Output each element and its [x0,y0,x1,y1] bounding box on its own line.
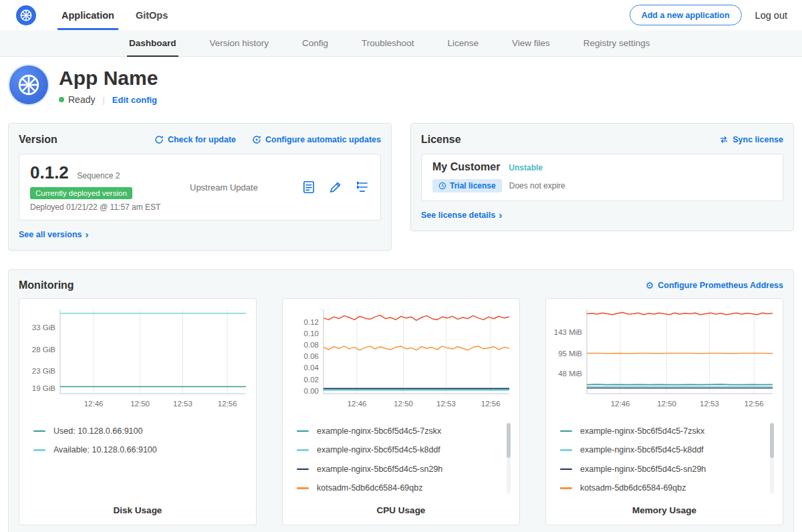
page-title: App Name [59,67,158,90]
kots-admin-console: Application GitOps Add a new application… [0,0,802,532]
link-label: Configure Prometheus Address [658,281,783,290]
svg-text:0.08: 0.08 [304,341,319,349]
legend-item[interactable]: Available: 10.128.0.66:9100 [33,440,250,460]
legend-swatch [560,430,572,432]
see-license-details-link[interactable]: See license details › [421,210,502,220]
series-line [587,384,773,385]
kubernetes-logo-icon[interactable] [16,5,36,25]
customer-name: My Customer [432,161,500,173]
legend-scrollbar-thumb[interactable] [770,423,774,458]
legend-swatch [33,430,45,432]
svg-text:28 GiB: 28 GiB [32,345,55,353]
helm-wheel-icon [19,8,33,23]
configure-prometheus-link[interactable]: ⚙ Configure Prometheus Address [646,281,783,290]
cpu-usage-legend: example-nginx-5bc6f5d4c5-7zskxexample-ng… [289,422,513,498]
app-icon [9,65,48,104]
auto-update-icon [252,135,261,144]
legend-item[interactable]: example-nginx-5bc6f5d4c5-k8ddf [560,440,777,460]
svg-text:12:50: 12:50 [130,400,150,408]
disk-usage-chart[interactable]: 12:4612:5012:5312:5619 GiB23 GiB28 GiB33… [25,305,250,416]
link-label: Sync license [732,135,783,144]
nav-tab-gitops[interactable]: GitOps [125,0,178,30]
legend-label: Used: 10.128.0.66:9100 [53,426,142,436]
legend-item[interactable]: example-nginx-5bc6f5d4c5-7zskx [560,422,777,441]
svg-text:12:50: 12:50 [394,400,413,408]
channel-label: Unstable [509,163,543,172]
check-for-update-link[interactable]: Check for update [154,135,236,144]
legend-swatch [560,469,572,471]
tab-label: View files [512,38,550,48]
legend-item[interactable]: kotsadm-5db6dc6584-69qbz [560,479,777,498]
add-application-button[interactable]: Add a new application [630,5,742,25]
see-all-versions-link[interactable]: See all versions › [19,229,89,239]
helm-wheel-icon [15,72,42,98]
link-label: Configure automatic updates [265,135,381,144]
tab-view-files[interactable]: View files [495,30,567,56]
expiry-text: Does not expire [509,181,565,190]
legend-swatch [560,487,572,489]
legend-item[interactable]: Used: 10.128.0.66:9100 [33,422,250,441]
legend-item[interactable]: example-nginx-5bc6f5d4c5-k8ddf [297,440,513,460]
series-line [323,315,509,320]
tab-version-history[interactable]: Version history [193,30,286,56]
version-number: 0.1.2 [30,162,69,182]
cpu-usage-chart[interactable]: 12:4612:5012:5312:560.000.020.040.060.08… [289,305,513,416]
preflight-checks-icon[interactable] [301,180,316,194]
deployed-badge: Currently deployed version [30,187,132,199]
legend-item[interactable]: example-nginx-5bc6f5d4c5-7zskx [297,422,513,441]
tab-troubleshoot[interactable]: Troubleshoot [345,30,430,56]
version-card-title: Version [19,134,57,146]
link-label: Check for update [168,135,236,144]
tab-dashboard[interactable]: Dashboard [112,30,193,56]
svg-text:12:46: 12:46 [84,400,104,408]
sync-license-link[interactable]: Sync license [719,135,783,144]
legend-item[interactable]: example-nginx-5bc6f5d4c5-sn29h [297,460,513,479]
logout-link[interactable]: Log out [755,10,787,21]
legend-label: kotsadm-5db6dc6584-69qbz [317,483,422,493]
tab-registry-settings[interactable]: Registry settings [567,30,667,56]
legend-scrollbar[interactable] [507,423,511,494]
tab-label: Dashboard [129,38,176,48]
upstream-update-label: Upstream Update [190,182,258,192]
chart-title: CPU Usage [289,505,513,518]
svg-text:12:53: 12:53 [173,400,192,408]
legend-swatch [33,449,45,451]
legend-scrollbar[interactable] [770,423,774,494]
navbar-actions: Add a new application Log out [630,5,787,25]
memory-usage-legend: example-nginx-5bc6f5d4c5-7zskxexample-ng… [552,422,777,498]
svg-text:0.00: 0.00 [304,386,319,394]
nav-tab-label: GitOps [136,10,168,21]
svg-text:12:46: 12:46 [348,400,367,408]
badge-label: Trial license [450,181,496,190]
legend-swatch [297,430,309,432]
legend-swatch [297,469,309,471]
edit-config-link[interactable]: Edit config [112,95,157,105]
configure-automatic-updates-link[interactable]: Configure automatic updates [252,135,381,144]
deployed-timestamp: Deployed 01/21/22 @ 11:57 am EST [30,203,167,212]
version-card: Version Check for update [8,123,392,251]
deploy-logs-icon[interactable] [355,180,370,194]
svg-text:12:53: 12:53 [700,400,719,408]
chevron-right-icon: › [499,210,502,220]
status-dot [59,97,64,102]
legend-item[interactable]: example-nginx-5bc6f5d4c5-sn29h [560,460,777,479]
svg-text:23 GiB: 23 GiB [32,367,55,375]
svg-text:48 MiB: 48 MiB [558,370,582,378]
legend-scrollbar-thumb[interactable] [507,423,511,458]
series-line [587,312,773,314]
legend-label: example-nginx-5bc6f5d4c5-7zskx [580,426,704,436]
edit-config-icon[interactable] [328,180,343,194]
legend-item[interactable]: kotsadm-5db6dc6584-69qbz [297,479,513,498]
memory-usage-chart[interactable]: 12:4612:5012:5312:5648 MiB95 MiB143 MiB [552,305,777,416]
tab-license[interactable]: License [430,30,495,56]
tab-label: Version history [210,38,269,48]
disk-usage-panel: 12:4612:5012:5312:5619 GiB23 GiB28 GiB33… [19,298,257,525]
tab-label: Registry settings [583,38,650,48]
divider: | [102,95,104,105]
app-header: App Name Ready | Edit config [0,57,802,114]
license-type-badge: Trial license [432,179,502,192]
nav-tab-application[interactable]: Application [51,0,125,30]
tab-label: Config [302,38,328,48]
svg-text:12:46: 12:46 [611,400,630,408]
tab-config[interactable]: Config [285,30,345,56]
